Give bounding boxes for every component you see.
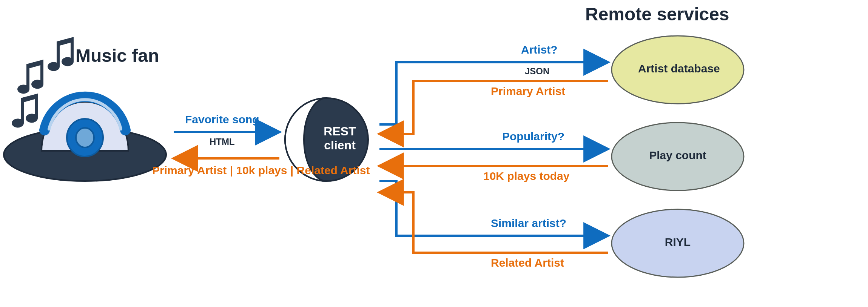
heading-music-fan: Music fan — [76, 45, 159, 66]
label-left-response: Primary Artist | 10k plays | Related Art… — [152, 164, 370, 177]
label-artist-request: Artist? — [521, 43, 558, 56]
label-10k-plays: 10K plays today — [483, 170, 569, 183]
rest-client-label-line2: client — [324, 138, 356, 152]
label-primary-artist: Primary Artist — [491, 85, 565, 98]
svg-point-2 — [76, 128, 94, 147]
label-service-artist-db: Artist database — [638, 62, 717, 75]
label-popularity: Popularity? — [502, 130, 564, 143]
label-favorite-song: Favorite song — [185, 113, 259, 126]
rest-client-label: REST client — [317, 124, 362, 152]
label-similar-artist: Similar artist? — [491, 217, 566, 230]
label-html: HTML — [210, 137, 235, 147]
heading-remote-services: Remote services — [585, 4, 729, 25]
label-service-play-count: Play count — [648, 149, 708, 162]
label-related-artist: Related Artist — [491, 256, 564, 269]
label-json: JSON — [525, 66, 549, 77]
label-service-riyl: RIYL — [657, 236, 698, 249]
rest-client-label-line1: REST — [324, 124, 356, 138]
